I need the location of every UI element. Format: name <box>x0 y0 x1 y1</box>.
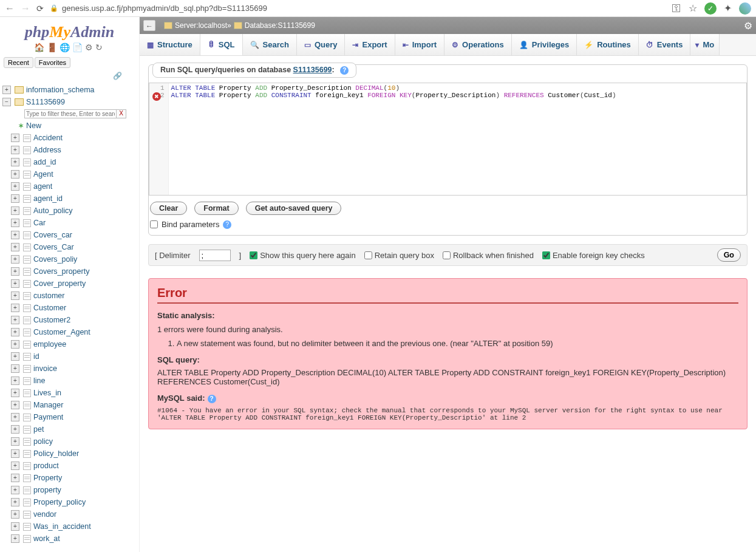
tree-table[interactable]: +id <box>2 350 139 363</box>
expand-icon[interactable]: + <box>11 182 19 191</box>
expand-icon[interactable]: + <box>11 279 19 288</box>
expand-icon[interactable]: + <box>11 462 19 470</box>
expand-icon[interactable]: + <box>11 534 19 543</box>
error-marker-icon[interactable]: ✖ <box>152 92 161 101</box>
nav-back-button[interactable]: ← <box>143 20 155 31</box>
tab-mo[interactable]: ▾Mo <box>690 34 720 55</box>
address-bar[interactable]: 🔒 genesis.usp.ac.fj/phpmyadmin/db_sql.ph… <box>50 4 666 13</box>
breadcrumb-server[interactable]: localhost <box>199 21 227 30</box>
clear-button[interactable]: Clear <box>150 202 187 215</box>
expand-icon[interactable]: + <box>11 498 19 506</box>
refresh-icon[interactable]: ↻ <box>95 43 105 52</box>
expand-icon[interactable]: + <box>11 255 19 264</box>
tree-table[interactable]: +Cover_property <box>2 278 139 290</box>
show-again-checkbox[interactable] <box>250 251 257 259</box>
format-button[interactable]: Format <box>194 202 238 215</box>
tab-export[interactable]: ⇥Export <box>345 34 395 55</box>
expand-icon[interactable]: + <box>11 437 19 446</box>
expand-icon[interactable]: + <box>11 194 19 203</box>
extension-check-icon[interactable]: ✓ <box>704 2 717 15</box>
tree-table[interactable]: +Property_policy <box>2 496 139 508</box>
world-icon[interactable]: 🌐 <box>60 43 72 52</box>
puzzle-icon[interactable]: ✦ <box>724 2 732 14</box>
forward-arrow-icon[interactable]: → <box>21 3 30 14</box>
expand-icon[interactable]: + <box>11 243 19 251</box>
exit-icon[interactable]: 🚪 <box>47 43 60 52</box>
expand-icon[interactable]: + <box>11 340 19 349</box>
favorites-button[interactable]: Favorites <box>35 57 70 68</box>
tree-new[interactable]: ✶ New <box>2 120 139 132</box>
recent-button[interactable]: Recent <box>4 57 33 68</box>
legend-db-link[interactable]: S11135699 <box>293 66 332 74</box>
help-icon[interactable]: ? <box>208 395 216 403</box>
link-icon[interactable]: 🔗 <box>113 72 122 80</box>
retain-checkbox[interactable] <box>364 251 372 259</box>
tab-query[interactable]: ▭Query <box>297 34 346 55</box>
expand-icon[interactable]: + <box>11 510 19 519</box>
tree-table[interactable]: +employee <box>2 338 139 350</box>
expand-icon[interactable]: + <box>11 425 19 434</box>
expand-icon[interactable]: + <box>11 158 19 166</box>
tab-sql[interactable]: 🛢SQL <box>200 34 243 56</box>
tree-table[interactable]: +Agent <box>2 168 139 180</box>
expand-icon[interactable]: + <box>11 389 19 397</box>
tree-db-info-schema[interactable]: + information_schema <box>2 84 139 96</box>
tree-table[interactable]: +Lives_in <box>2 387 139 399</box>
expand-icon[interactable]: + <box>11 328 19 336</box>
star-icon[interactable]: ☆ <box>689 2 697 14</box>
expand-icon[interactable]: + <box>11 522 19 531</box>
filter-clear-icon[interactable]: X <box>117 109 126 118</box>
expand-icon[interactable]: + <box>11 377 19 385</box>
filter-input[interactable] <box>24 109 117 118</box>
tree-table[interactable]: +Covers_Car <box>2 241 139 253</box>
tree-table[interactable]: +Customer_Agent <box>2 326 139 338</box>
settings-gear-icon[interactable]: ⚙ <box>744 20 752 32</box>
phpmyadmin-logo[interactable]: phpMyAdmin <box>0 17 139 43</box>
tab-privileges[interactable]: 👤Privileges <box>512 34 577 55</box>
tree-table[interactable]: +Payment <box>2 411 139 423</box>
tree-table[interactable]: +property <box>2 484 139 496</box>
collapse-icon[interactable]: − <box>2 98 11 106</box>
expand-icon[interactable]: + <box>11 401 19 409</box>
tree-table[interactable]: +customer <box>2 290 139 302</box>
sql-editor[interactable]: 1 2 ALTER TABLE Property ADD Property_De… <box>149 83 747 196</box>
expand-icon[interactable]: + <box>11 449 19 458</box>
tree-table[interactable]: +Covers_car <box>2 229 139 241</box>
expand-icon[interactable]: + <box>11 364 19 373</box>
tree-table[interactable]: +policy <box>2 435 139 448</box>
tree-table[interactable]: +Policy_holder <box>2 448 139 460</box>
tab-routines[interactable]: ⚡Routines <box>577 34 639 55</box>
expand-icon[interactable]: + <box>11 352 19 361</box>
expand-icon[interactable]: + <box>11 486 19 494</box>
tree-table[interactable]: +add_id <box>2 156 139 168</box>
gear-icon[interactable]: ⚙ <box>85 43 95 52</box>
expand-icon[interactable]: + <box>11 413 19 421</box>
expand-icon[interactable]: + <box>11 231 19 239</box>
go-button[interactable]: Go <box>717 248 741 262</box>
fk-checks-checkbox[interactable] <box>542 251 550 259</box>
tree-table[interactable]: +Covers_poliy <box>2 253 139 265</box>
tab-search[interactable]: 🔍Search <box>243 34 297 55</box>
expand-icon[interactable]: + <box>11 206 19 215</box>
expand-icon[interactable]: + <box>11 170 19 179</box>
tree-table[interactable]: +Covers_property <box>2 265 139 278</box>
home-icon[interactable]: 🏠 <box>34 43 47 52</box>
expand-icon[interactable]: + <box>11 146 19 154</box>
expand-icon[interactable]: + <box>2 86 11 94</box>
expand-icon[interactable]: + <box>11 474 19 482</box>
bind-params-checkbox[interactable] <box>150 220 158 228</box>
tree-table[interactable]: +Customer2 <box>2 314 139 326</box>
tree-table[interactable]: +Property <box>2 472 139 484</box>
tree-table[interactable]: +Address <box>2 144 139 156</box>
tab-import[interactable]: ⇤Import <box>395 34 444 55</box>
autosaved-button[interactable]: Get auto-saved query <box>246 202 342 215</box>
docs-icon[interactable]: 📄 <box>72 43 85 52</box>
reload-icon[interactable]: ⟳ <box>36 4 44 13</box>
tree-table[interactable]: +Car <box>2 217 139 229</box>
tab-events[interactable]: ⏱Events <box>639 34 691 55</box>
tree-table[interactable]: +product <box>2 460 139 472</box>
delimiter-input[interactable] <box>199 250 231 261</box>
help-icon[interactable]: ? <box>223 220 231 229</box>
profile-avatar[interactable] <box>739 2 751 15</box>
tree-table[interactable]: +Auto_policy <box>2 205 139 217</box>
